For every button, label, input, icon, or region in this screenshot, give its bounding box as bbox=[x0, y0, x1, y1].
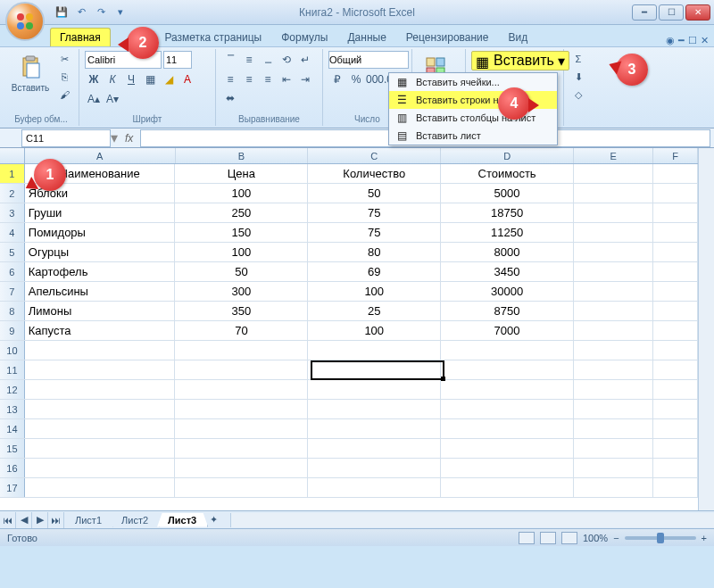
font-color-button[interactable]: A bbox=[178, 70, 196, 88]
cell[interactable] bbox=[653, 341, 698, 360]
cell[interactable] bbox=[653, 478, 698, 497]
cell[interactable]: 250 bbox=[175, 203, 308, 222]
zoom-out-icon[interactable]: − bbox=[613, 533, 619, 543]
cell[interactable]: 69 bbox=[308, 262, 441, 281]
cell[interactable]: 30000 bbox=[441, 282, 574, 301]
border-button[interactable]: ▦ bbox=[141, 70, 159, 88]
cell[interactable] bbox=[308, 478, 441, 497]
cell[interactable] bbox=[308, 380, 441, 399]
row-header-3[interactable]: 3 bbox=[0, 203, 25, 222]
cell[interactable]: Цена bbox=[175, 164, 308, 183]
cell[interactable] bbox=[175, 439, 308, 458]
cell[interactable] bbox=[574, 341, 653, 360]
align-left-icon[interactable]: ≡ bbox=[221, 70, 239, 88]
undo-icon[interactable]: ↶ bbox=[73, 4, 89, 21]
cell[interactable]: 100 bbox=[175, 243, 308, 261]
select-all-corner[interactable] bbox=[0, 148, 25, 163]
cell[interactable] bbox=[25, 380, 176, 399]
cell[interactable]: Огурцы bbox=[25, 243, 176, 261]
row-header-14[interactable]: 14 bbox=[0, 419, 25, 438]
office-button[interactable] bbox=[5, 2, 45, 41]
cell[interactable] bbox=[653, 419, 698, 438]
cell[interactable] bbox=[441, 478, 574, 497]
cell[interactable] bbox=[574, 203, 653, 222]
cell[interactable] bbox=[653, 439, 698, 458]
row-header-13[interactable]: 13 bbox=[0, 400, 25, 418]
cell[interactable]: Количество bbox=[308, 164, 441, 183]
underline-button[interactable]: Ч bbox=[122, 70, 140, 88]
cell[interactable] bbox=[308, 419, 441, 438]
decrease-indent-icon[interactable]: ⇤ bbox=[278, 70, 295, 88]
save-icon[interactable]: 💾 bbox=[54, 4, 70, 21]
cell[interactable]: Помидоры bbox=[25, 223, 176, 242]
row-header-5[interactable]: 5 bbox=[0, 243, 25, 261]
sheet-nav-prev-icon[interactable]: ◀ bbox=[16, 512, 32, 528]
close-button[interactable]: ✕ bbox=[685, 4, 710, 21]
cell[interactable] bbox=[25, 439, 176, 458]
cell[interactable] bbox=[25, 478, 176, 497]
sheet-nav-last-icon[interactable]: ⏭ bbox=[48, 512, 64, 528]
cell[interactable] bbox=[653, 380, 698, 399]
cell[interactable] bbox=[25, 419, 176, 438]
cell[interactable]: 150 bbox=[175, 223, 308, 242]
redo-icon[interactable]: ↷ bbox=[93, 4, 109, 21]
cell[interactable]: 350 bbox=[175, 302, 308, 320]
cell[interactable] bbox=[25, 360, 176, 379]
cell[interactable]: Капуста bbox=[25, 321, 176, 340]
cell[interactable] bbox=[574, 478, 653, 497]
sheet-tab-1[interactable]: Лист1 bbox=[64, 513, 113, 527]
cell[interactable] bbox=[574, 243, 653, 261]
percent-icon[interactable]: % bbox=[347, 70, 365, 88]
cell[interactable] bbox=[441, 459, 574, 477]
autosum-icon[interactable]: Σ bbox=[569, 51, 587, 67]
cell[interactable] bbox=[441, 400, 574, 418]
italic-button[interactable]: К bbox=[104, 70, 121, 88]
col-header-C[interactable]: C bbox=[308, 148, 441, 163]
minimize-button[interactable]: ━ bbox=[632, 4, 657, 21]
cell[interactable] bbox=[574, 302, 653, 320]
tab-data[interactable]: Данные bbox=[338, 29, 394, 46]
cell[interactable] bbox=[574, 282, 653, 301]
cell[interactable]: 8000 bbox=[441, 243, 574, 261]
tab-review[interactable]: Рецензирование bbox=[397, 29, 498, 46]
cell[interactable]: Апельсины bbox=[25, 282, 176, 301]
cell[interactable] bbox=[175, 419, 308, 438]
cell[interactable]: Стоимость bbox=[441, 164, 574, 183]
col-header-F[interactable]: F bbox=[653, 148, 698, 163]
cell[interactable] bbox=[308, 360, 441, 379]
cell[interactable]: 50 bbox=[175, 262, 308, 281]
cell[interactable] bbox=[175, 400, 308, 418]
cell[interactable] bbox=[653, 321, 698, 340]
cell[interactable] bbox=[441, 360, 574, 379]
cell[interactable]: 3450 bbox=[441, 262, 574, 281]
cell[interactable] bbox=[574, 419, 653, 438]
currency-icon[interactable]: ₽ bbox=[328, 70, 346, 88]
cell[interactable] bbox=[441, 341, 574, 360]
cell[interactable] bbox=[574, 223, 653, 242]
row-header-9[interactable]: 9 bbox=[0, 321, 25, 340]
cell[interactable]: 8750 bbox=[441, 302, 574, 320]
cell[interactable]: Груши bbox=[25, 203, 176, 222]
cell[interactable] bbox=[175, 459, 308, 477]
align-top-icon[interactable]: ⎺ bbox=[221, 51, 239, 69]
cell[interactable] bbox=[574, 360, 653, 379]
tab-page-layout[interactable]: Разметка страницы bbox=[155, 29, 270, 46]
zoom-slider[interactable] bbox=[625, 536, 696, 540]
row-header-16[interactable]: 16 bbox=[0, 459, 25, 477]
cell[interactable]: 50 bbox=[308, 184, 441, 203]
cell[interactable] bbox=[175, 360, 308, 379]
cell[interactable]: 75 bbox=[308, 203, 441, 222]
maximize-button[interactable]: ☐ bbox=[659, 4, 684, 21]
cut-icon[interactable]: ✂ bbox=[55, 51, 73, 67]
cell[interactable] bbox=[574, 459, 653, 477]
cell[interactable] bbox=[653, 203, 698, 222]
increase-font-icon[interactable]: A▴ bbox=[85, 90, 103, 108]
cell[interactable] bbox=[653, 164, 698, 183]
cell[interactable] bbox=[441, 380, 574, 399]
cell[interactable] bbox=[574, 380, 653, 399]
col-header-B[interactable]: B bbox=[176, 148, 309, 163]
cell[interactable]: Лимоны bbox=[25, 302, 176, 320]
paste-button[interactable]: Вставить bbox=[9, 51, 52, 95]
cell[interactable] bbox=[653, 400, 698, 418]
bold-button[interactable]: Ж bbox=[85, 70, 103, 88]
